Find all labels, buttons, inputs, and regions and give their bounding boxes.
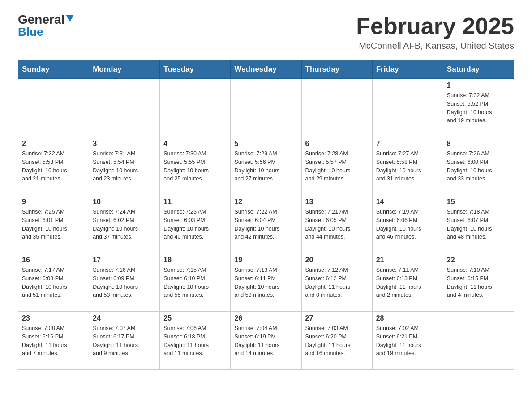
week-row-3: 9Sunrise: 7:25 AMSunset: 6:01 PMDaylight… [18,195,514,253]
day-number: 19 [234,256,297,264]
weekday-header-sunday: Sunday [18,60,89,79]
day-info: Sunrise: 7:04 AMSunset: 6:19 PMDaylight:… [234,324,297,358]
calendar-cell [89,79,160,137]
calendar-cell [443,312,514,370]
calendar-cell: 8Sunrise: 7:26 AMSunset: 6:00 PMDaylight… [443,137,514,195]
calendar-cell: 24Sunrise: 7:07 AMSunset: 6:17 PMDayligh… [89,312,160,370]
day-number: 1 [447,81,510,90]
weekday-header-tuesday: Tuesday [160,60,231,79]
calendar-cell: 7Sunrise: 7:27 AMSunset: 5:58 PMDaylight… [372,137,443,195]
calendar-cell: 22Sunrise: 7:10 AMSunset: 6:15 PMDayligh… [443,253,514,312]
day-number: 12 [234,198,297,206]
day-info: Sunrise: 7:15 AMSunset: 6:10 PMDaylight:… [163,266,227,300]
day-number: 15 [447,198,510,206]
day-info: Sunrise: 7:02 AMSunset: 6:21 PMDaylight:… [376,324,439,358]
day-number: 2 [22,140,85,148]
day-info: Sunrise: 7:32 AMSunset: 5:52 PMDaylight:… [447,91,510,125]
day-number: 24 [93,314,156,322]
weekday-header-monday: Monday [89,60,160,79]
logo: General Blue [18,13,74,38]
day-number: 22 [447,256,510,264]
calendar-cell: 2Sunrise: 7:32 AMSunset: 5:53 PMDaylight… [18,137,89,195]
day-info: Sunrise: 7:31 AMSunset: 5:54 PMDaylight:… [93,150,156,183]
calendar-cell: 5Sunrise: 7:29 AMSunset: 5:56 PMDaylight… [231,137,301,195]
day-number: 26 [234,314,297,322]
calendar-cell: 17Sunrise: 7:16 AMSunset: 6:09 PMDayligh… [89,253,160,312]
day-info: Sunrise: 7:26 AMSunset: 6:00 PMDaylight:… [447,150,510,183]
calendar-cell: 27Sunrise: 7:03 AMSunset: 6:20 PMDayligh… [301,312,372,370]
day-number: 20 [305,256,369,264]
week-row-2: 2Sunrise: 7:32 AMSunset: 5:53 PMDaylight… [18,137,514,195]
weekday-header-wednesday: Wednesday [231,60,301,79]
calendar-cell [231,79,301,137]
day-number: 14 [376,198,439,206]
calendar-cell [301,79,372,137]
day-info: Sunrise: 7:08 AMSunset: 6:16 PMDaylight:… [22,324,85,358]
month-title: February 2025 [356,13,514,39]
day-number: 4 [163,140,227,148]
calendar-cell: 28Sunrise: 7:02 AMSunset: 6:21 PMDayligh… [372,312,443,370]
calendar-cell: 14Sunrise: 7:19 AMSunset: 6:06 PMDayligh… [372,195,443,253]
day-number: 11 [163,198,227,206]
day-number: 28 [376,314,439,322]
weekday-header-saturday: Saturday [443,60,514,79]
day-info: Sunrise: 7:24 AMSunset: 6:02 PMDaylight:… [93,208,156,241]
calendar-cell: 6Sunrise: 7:28 AMSunset: 5:57 PMDaylight… [301,137,372,195]
day-info: Sunrise: 7:17 AMSunset: 6:08 PMDaylight:… [22,266,85,300]
calendar-cell [372,79,443,137]
logo-blue: Blue [18,25,43,39]
day-info: Sunrise: 7:22 AMSunset: 6:04 PMDaylight:… [234,208,297,241]
title-block: February 2025 McConnell AFB, Kansas, Uni… [356,13,514,51]
day-info: Sunrise: 7:07 AMSunset: 6:17 PMDaylight:… [93,324,156,358]
day-number: 13 [305,198,369,206]
calendar-cell [18,79,89,137]
logo-general: General [18,13,64,26]
calendar-cell: 19Sunrise: 7:13 AMSunset: 6:11 PMDayligh… [231,253,301,312]
calendar-cell: 25Sunrise: 7:06 AMSunset: 6:18 PMDayligh… [160,312,231,370]
week-row-4: 16Sunrise: 7:17 AMSunset: 6:08 PMDayligh… [18,253,514,312]
day-info: Sunrise: 7:12 AMSunset: 6:12 PMDaylight:… [305,266,369,300]
weekday-header-row: SundayMondayTuesdayWednesdayThursdayFrid… [18,60,514,79]
calendar-cell: 10Sunrise: 7:24 AMSunset: 6:02 PMDayligh… [89,195,160,253]
week-row-1: 1Sunrise: 7:32 AMSunset: 5:52 PMDaylight… [18,79,514,137]
page-header: General Blue February 2025 McConnell AFB… [18,13,514,51]
day-number: 18 [163,256,227,264]
calendar-cell: 20Sunrise: 7:12 AMSunset: 6:12 PMDayligh… [301,253,372,312]
day-number: 10 [93,198,156,206]
day-info: Sunrise: 7:13 AMSunset: 6:11 PMDaylight:… [234,266,297,300]
day-number: 17 [93,256,156,264]
weekday-header-thursday: Thursday [301,60,372,79]
calendar-cell: 23Sunrise: 7:08 AMSunset: 6:16 PMDayligh… [18,312,89,370]
day-info: Sunrise: 7:29 AMSunset: 5:56 PMDaylight:… [234,150,297,183]
day-info: Sunrise: 7:23 AMSunset: 6:03 PMDaylight:… [163,208,227,241]
day-info: Sunrise: 7:27 AMSunset: 5:58 PMDaylight:… [376,150,439,183]
calendar-cell: 18Sunrise: 7:15 AMSunset: 6:10 PMDayligh… [160,253,231,312]
calendar-cell: 16Sunrise: 7:17 AMSunset: 6:08 PMDayligh… [18,253,89,312]
day-info: Sunrise: 7:16 AMSunset: 6:09 PMDaylight:… [93,266,156,300]
day-number: 7 [376,140,439,148]
calendar-cell: 11Sunrise: 7:23 AMSunset: 6:03 PMDayligh… [160,195,231,253]
day-info: Sunrise: 7:21 AMSunset: 6:05 PMDaylight:… [305,208,369,241]
day-number: 3 [93,140,156,148]
calendar-cell [160,79,231,137]
day-info: Sunrise: 7:03 AMSunset: 6:20 PMDaylight:… [305,324,369,358]
calendar-cell: 1Sunrise: 7:32 AMSunset: 5:52 PMDaylight… [443,79,514,137]
day-info: Sunrise: 7:18 AMSunset: 6:07 PMDaylight:… [447,208,510,241]
day-info: Sunrise: 7:06 AMSunset: 6:18 PMDaylight:… [163,324,227,358]
day-info: Sunrise: 7:25 AMSunset: 6:01 PMDaylight:… [22,208,85,241]
day-number: 21 [376,256,439,264]
week-row-5: 23Sunrise: 7:08 AMSunset: 6:16 PMDayligh… [18,312,514,370]
calendar-table: SundayMondayTuesdayWednesdayThursdayFrid… [18,60,514,370]
calendar-cell: 9Sunrise: 7:25 AMSunset: 6:01 PMDaylight… [18,195,89,253]
logo-triangle-icon [66,15,74,24]
day-info: Sunrise: 7:11 AMSunset: 6:13 PMDaylight:… [376,266,439,300]
calendar-cell: 26Sunrise: 7:04 AMSunset: 6:19 PMDayligh… [231,312,301,370]
calendar-cell: 15Sunrise: 7:18 AMSunset: 6:07 PMDayligh… [443,195,514,253]
day-info: Sunrise: 7:10 AMSunset: 6:15 PMDaylight:… [447,266,510,300]
calendar-cell: 12Sunrise: 7:22 AMSunset: 6:04 PMDayligh… [231,195,301,253]
day-number: 8 [447,140,510,148]
day-number: 16 [22,256,85,264]
location-subtitle: McConnell AFB, Kansas, United States [356,41,514,51]
calendar-cell: 13Sunrise: 7:21 AMSunset: 6:05 PMDayligh… [301,195,372,253]
calendar-cell: 21Sunrise: 7:11 AMSunset: 6:13 PMDayligh… [372,253,443,312]
